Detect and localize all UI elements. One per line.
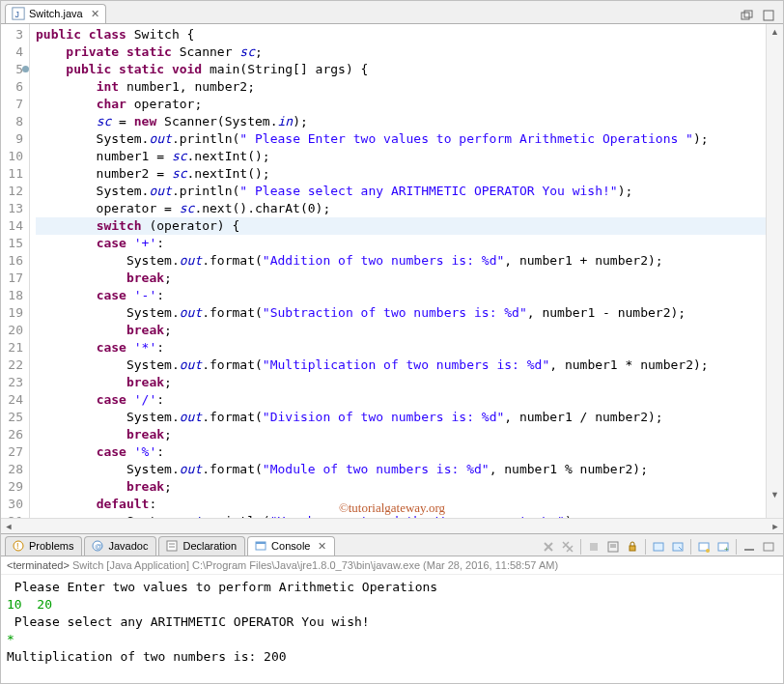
code-area[interactable]: public class Switch { private static Sca…: [30, 24, 766, 518]
console-status: <terminated>: [7, 559, 70, 571]
code-line[interactable]: System.out.format("Multiplication of two…: [36, 356, 766, 374]
pin-console-icon[interactable]: [650, 538, 667, 556]
terminate-icon[interactable]: [585, 538, 602, 556]
svg-text:!: !: [16, 541, 19, 551]
maximize-view-icon[interactable]: [760, 538, 777, 556]
code-line[interactable]: number2 = sc.nextInt();: [36, 165, 766, 183]
editor-tab-switch[interactable]: J Switch.java ✕: [5, 4, 106, 23]
line-number: 13: [1, 200, 23, 217]
code-line[interactable]: break;: [36, 374, 766, 391]
code-line[interactable]: System.out.println(" Please select any A…: [36, 183, 766, 200]
view-tab-label: Problems: [29, 540, 73, 552]
code-line[interactable]: System.out.format("Addition of two numbe…: [36, 252, 766, 270]
code-line[interactable]: System.out.format("Division of two numbe…: [36, 409, 766, 426]
close-view-icon[interactable]: ✕: [318, 540, 326, 553]
clear-console-icon[interactable]: [604, 538, 622, 556]
svg-rect-13: [256, 542, 266, 544]
line-number: 24: [1, 391, 23, 409]
code-line[interactable]: break;: [36, 270, 766, 287]
editor-tab-label: Switch.java: [29, 8, 83, 19]
svg-rect-3: [744, 11, 752, 17]
code-line[interactable]: public class Switch {: [36, 26, 766, 43]
java-file-icon: J: [12, 7, 25, 20]
open-console-icon[interactable]: [695, 538, 713, 556]
restore-icon[interactable]: [739, 8, 756, 23]
line-number: 4: [1, 43, 23, 61]
horizontal-scrollbar[interactable]: ◄ ►: [1, 518, 783, 533]
code-line[interactable]: sc = new Scanner(System.in);: [36, 113, 766, 130]
code-line[interactable]: break;: [36, 426, 766, 443]
code-line[interactable]: case '*':: [36, 339, 766, 356]
view-tab-javadoc[interactable]: @Javadoc: [84, 536, 156, 556]
line-number: 14: [1, 217, 23, 235]
svg-rect-32: [764, 543, 773, 551]
remove-launch-icon[interactable]: [540, 538, 557, 556]
console-icon: [254, 539, 267, 553]
code-line[interactable]: switch (operator) {: [36, 217, 766, 235]
view-tab-declaration[interactable]: Declaration: [158, 536, 245, 556]
scroll-up-icon[interactable]: ▲: [767, 24, 783, 40]
code-line[interactable]: case '-':: [36, 287, 766, 304]
scroll-right-icon[interactable]: ►: [768, 522, 783, 531]
toolbar-separator: [736, 539, 737, 555]
code-line[interactable]: System.out.println("You have entered the…: [36, 513, 766, 518]
maximize-icon[interactable]: [760, 8, 777, 23]
vertical-scrollbar[interactable]: ▲ ▼: [766, 24, 783, 518]
code-line[interactable]: break;: [36, 478, 766, 496]
code-line[interactable]: System.out.format("Subtraction of two nu…: [36, 304, 766, 322]
line-number: 11: [1, 165, 23, 183]
line-number: 30: [1, 496, 23, 513]
code-editor[interactable]: 3456789101112131415161718192021222324252…: [1, 24, 783, 518]
svg-rect-25: [654, 543, 663, 551]
code-line[interactable]: case '%':: [36, 443, 766, 461]
code-line[interactable]: System.out.format("Module of two numbers…: [36, 461, 766, 478]
code-line[interactable]: case '+':: [36, 235, 766, 252]
new-console-icon[interactable]: +: [714, 538, 732, 556]
code-line[interactable]: int number1, number2;: [36, 78, 766, 96]
line-number: 23: [1, 374, 23, 391]
editor-tabbar: J Switch.java ✕: [1, 1, 783, 24]
line-number: 8: [1, 113, 23, 130]
views-tabbar: !Problems@JavadocDeclarationConsole✕ +: [1, 533, 783, 556]
close-tab-icon[interactable]: ✕: [91, 8, 99, 20]
minimize-view-icon[interactable]: [741, 538, 758, 556]
code-line[interactable]: number1 = sc.nextInt();: [36, 148, 766, 165]
code-line[interactable]: public static void main(String[] args) {: [36, 61, 766, 78]
display-selected-icon[interactable]: [669, 538, 686, 556]
svg-point-28: [706, 549, 710, 553]
line-number: 5: [1, 61, 23, 78]
code-line[interactable]: default:: [36, 496, 766, 513]
view-tab-label: Declaration: [182, 540, 237, 552]
line-number: 3: [1, 26, 23, 43]
console-process-header: <terminated> Switch [Java Application] C…: [1, 556, 783, 575]
code-line[interactable]: System.out.println(" Please Enter two va…: [36, 130, 766, 148]
line-number: 6: [1, 78, 23, 96]
code-line[interactable]: case '/':: [36, 391, 766, 409]
line-number: 7: [1, 96, 23, 113]
view-tab-console[interactable]: Console✕: [247, 536, 335, 556]
console-line: Please Enter two values to perform Arith…: [7, 579, 777, 596]
svg-rect-31: [744, 549, 754, 551]
line-gutter: 3456789101112131415161718192021222324252…: [1, 24, 30, 518]
line-number: 9: [1, 130, 23, 148]
svg-text:J: J: [15, 10, 19, 19]
line-number: 17: [1, 270, 23, 287]
line-number: 12: [1, 183, 23, 200]
code-line[interactable]: operator = sc.next().charAt(0);: [36, 200, 766, 217]
code-line[interactable]: private static Scanner sc;: [36, 43, 766, 61]
console-toolbar: +: [540, 538, 783, 556]
scroll-lock-icon[interactable]: [624, 538, 641, 556]
svg-rect-2: [742, 13, 749, 19]
scroll-down-icon[interactable]: ▼: [767, 487, 783, 502]
line-number: 29: [1, 478, 23, 496]
view-tab-problems[interactable]: !Problems: [5, 536, 82, 556]
code-line[interactable]: char operator;: [36, 96, 766, 113]
editor-toolbar: [739, 8, 783, 23]
scroll-left-icon[interactable]: ◄: [1, 522, 16, 531]
code-line[interactable]: break;: [36, 322, 766, 339]
remove-all-icon[interactable]: [559, 538, 576, 556]
line-number: 16: [1, 252, 23, 270]
line-number: 28: [1, 461, 23, 478]
console-output[interactable]: Please Enter two values to perform Arith…: [1, 575, 783, 683]
console-line: Please select any ARITHMETIC OPERATOR Yo…: [7, 613, 777, 631]
